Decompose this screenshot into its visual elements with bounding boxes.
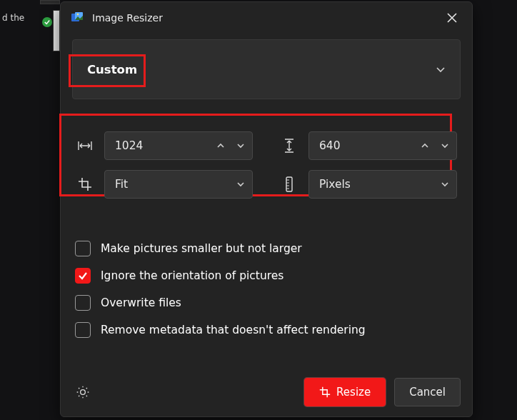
gear-icon: [76, 385, 90, 399]
chevron-down-icon: [436, 64, 446, 74]
close-icon: [447, 13, 457, 23]
resize-button[interactable]: Resize: [304, 378, 386, 406]
settings-button[interactable]: [72, 381, 94, 403]
height-value: 640: [319, 139, 341, 152]
option-label: Overwrite files: [101, 296, 181, 309]
height-input[interactable]: 640: [308, 131, 457, 160]
spin-up-icon[interactable]: [216, 141, 225, 150]
dialog-title: Image Resizer: [92, 12, 163, 24]
fit-mode-label: Fit: [115, 178, 128, 191]
status-check-icon: [42, 17, 52, 27]
svg-rect-3: [286, 177, 292, 191]
resize-icon: [319, 386, 331, 398]
ruler-icon: [280, 176, 298, 192]
width-icon: [76, 140, 94, 151]
size-preset-dropdown[interactable]: Custom: [72, 39, 461, 99]
image-resizer-dialog: Image Resizer Custom 1024: [60, 1, 473, 417]
width-input[interactable]: 1024: [104, 131, 253, 160]
spin-down-icon[interactable]: [236, 141, 245, 150]
titlebar: Image Resizer: [61, 2, 472, 34]
checkbox[interactable]: [75, 295, 91, 311]
bg-context-text: d the: [2, 13, 24, 23]
svg-point-2: [77, 14, 79, 15]
checkbox[interactable]: [75, 268, 91, 284]
option-label: Make pictures smaller but not larger: [101, 242, 302, 255]
size-preset-label: Custom: [87, 63, 137, 76]
cancel-button[interactable]: Cancel: [394, 378, 461, 406]
chevron-down-icon: [441, 180, 449, 189]
option-remove-metadata[interactable]: Remove metadata that doesn't affect rend…: [75, 322, 458, 338]
check-icon: [78, 271, 88, 281]
option-label: Ignore the orientation of pictures: [101, 269, 283, 282]
close-button[interactable]: [442, 8, 462, 28]
app-icon: [71, 11, 84, 24]
option-smaller-only[interactable]: Make pictures smaller but not larger: [75, 241, 458, 256]
height-icon: [280, 139, 298, 153]
chevron-down-icon: [236, 180, 245, 189]
option-overwrite-files[interactable]: Overwrite files: [75, 295, 458, 311]
checkbox[interactable]: [75, 241, 91, 256]
resize-button-label: Resize: [336, 386, 371, 399]
unit-label: Pixels: [319, 178, 351, 191]
spin-up-icon[interactable]: [421, 141, 429, 150]
option-ignore-orientation[interactable]: Ignore the orientation of pictures: [75, 268, 458, 284]
width-value: 1024: [115, 139, 143, 152]
unit-dropdown[interactable]: Pixels: [308, 170, 457, 199]
spin-down-icon[interactable]: [441, 141, 449, 150]
cancel-button-label: Cancel: [409, 386, 446, 399]
fit-mode-dropdown[interactable]: Fit: [104, 170, 253, 199]
option-label: Remove metadata that doesn't affect rend…: [101, 324, 366, 336]
checkbox[interactable]: [75, 322, 91, 338]
crop-icon: [76, 177, 94, 191]
